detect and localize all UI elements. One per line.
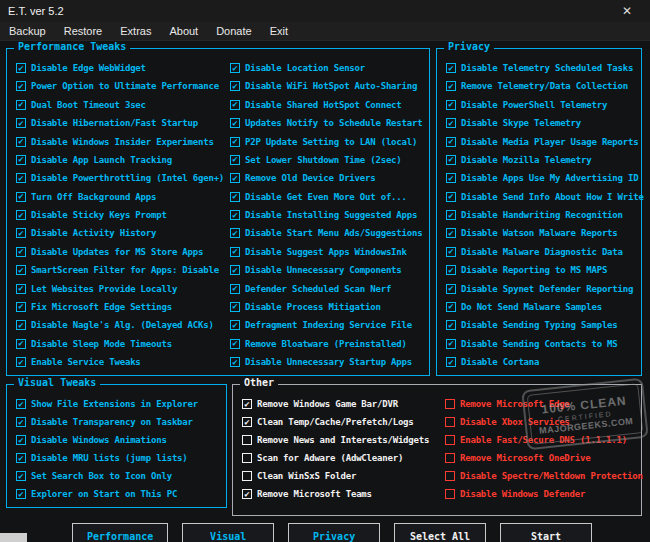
checkbox-checked-icon[interactable]: ✔ (16, 339, 26, 349)
checkbox-checked-icon[interactable]: ✔ (446, 192, 456, 202)
checkbox-unchecked-icon[interactable] (242, 453, 252, 463)
checkbox-checked-icon[interactable]: ✔ (242, 417, 252, 427)
checkbox-checked-icon[interactable]: ✔ (16, 265, 26, 275)
checkbox-checked-icon[interactable]: ✔ (242, 399, 252, 409)
checkbox-checked-icon[interactable]: ✔ (16, 247, 26, 257)
checkbox-item[interactable]: ✔Disable Mozilla Telemetry (446, 154, 640, 166)
checkbox-unchecked-icon[interactable] (445, 471, 455, 481)
checkbox-item[interactable]: ✔Disable MRU lists (jump lists) (16, 452, 222, 464)
checkbox-checked-icon[interactable]: ✔ (446, 155, 456, 165)
menu-item-backup[interactable]: Backup (0, 25, 55, 37)
checkbox-checked-icon[interactable]: ✔ (446, 118, 456, 128)
checkbox-checked-icon[interactable]: ✔ (230, 357, 240, 367)
checkbox-checked-icon[interactable]: ✔ (230, 339, 240, 349)
checkbox-checked-icon[interactable]: ✔ (230, 63, 240, 73)
checkbox-checked-icon[interactable]: ✔ (230, 265, 240, 275)
checkbox-item[interactable]: ✔Disable Reporting to MS MAPS (446, 264, 640, 276)
checkbox-item[interactable]: ✔Disable Get Even More Out of... (230, 191, 426, 203)
checkbox-checked-icon[interactable]: ✔ (446, 63, 456, 73)
checkbox-checked-icon[interactable]: ✔ (230, 320, 240, 330)
checkbox-checked-icon[interactable]: ✔ (16, 81, 26, 91)
menu-item-extras[interactable]: Extras (111, 25, 160, 37)
checkbox-item[interactable]: ✔Disable Sleep Mode Timeouts (16, 338, 226, 350)
checkbox-item[interactable]: ✔Disable Unnecessary Components (230, 264, 426, 276)
checkbox-checked-icon[interactable]: ✔ (16, 357, 26, 367)
checkbox-item[interactable]: ✔Disable Windows Insider Experiments (16, 136, 226, 148)
checkbox-checked-icon[interactable]: ✔ (230, 173, 240, 183)
checkbox-unchecked-icon[interactable] (242, 471, 252, 481)
checkbox-item[interactable]: Enable Fast/Secure DNS (1.1.1.1) (445, 434, 637, 446)
performance-button[interactable]: Performance (72, 523, 168, 542)
checkbox-item[interactable]: ✔Remove Telemetry/Data Collection (446, 80, 640, 92)
checkbox-checked-icon[interactable]: ✔ (16, 228, 26, 238)
checkbox-item[interactable]: Scan for Adware (AdwCleaner) (242, 452, 440, 464)
menu-item-exit[interactable]: Exit (261, 25, 297, 37)
checkbox-checked-icon[interactable]: ✔ (230, 100, 240, 110)
checkbox-checked-icon[interactable]: ✔ (230, 228, 240, 238)
checkbox-checked-icon[interactable]: ✔ (16, 63, 26, 73)
checkbox-item[interactable]: ✔Disable Installing Suggested Apps (230, 209, 426, 221)
checkbox-checked-icon[interactable]: ✔ (230, 284, 240, 294)
checkbox-item[interactable]: ✔P2P Update Setting to LAN (local) (230, 136, 426, 148)
checkbox-item[interactable]: ✔Clean Temp/Cache/Prefetch/Logs (242, 416, 440, 428)
checkbox-item[interactable]: ✔Explorer on Start on This PC (16, 488, 222, 500)
checkbox-item[interactable]: ✔Disable Apps Use My Advertising ID (446, 172, 640, 184)
checkbox-checked-icon[interactable]: ✔ (242, 489, 252, 499)
checkbox-item[interactable]: ✔Disable PowerShell Telemetry (446, 99, 640, 111)
checkbox-item[interactable]: ✔Disable WiFi HotSpot Auto-Sharing (230, 80, 426, 92)
visual-button[interactable]: Visual (182, 523, 274, 542)
checkbox-item[interactable]: ✔Remove Bloatware (Preinstalled) (230, 338, 426, 350)
checkbox-item[interactable]: Remove Microsoft Edge (445, 398, 637, 410)
checkbox-checked-icon[interactable]: ✔ (16, 118, 26, 128)
checkbox-item[interactable]: ✔Disable Activity History (16, 227, 226, 239)
checkbox-item[interactable]: ✔Disable Location Sensor (230, 62, 426, 74)
checkbox-checked-icon[interactable]: ✔ (230, 192, 240, 202)
checkbox-item[interactable]: ✔Disable Edge WebWidget (16, 62, 226, 74)
checkbox-checked-icon[interactable]: ✔ (16, 155, 26, 165)
checkbox-item[interactable]: ✔Set Lower Shutdown Time (2sec) (230, 154, 426, 166)
menu-item-about[interactable]: About (160, 25, 207, 37)
checkbox-checked-icon[interactable]: ✔ (16, 302, 26, 312)
checkbox-item[interactable]: ✔Remove Old Device Drivers (230, 172, 426, 184)
checkbox-item[interactable]: ✔SmartScreen Filter for Apps: Disable (16, 264, 226, 276)
checkbox-item[interactable]: Clean WinSxS Folder (242, 470, 440, 482)
checkbox-item[interactable]: ✔Remove Windows Game Bar/DVR (242, 398, 440, 410)
privacy-button[interactable]: Privacy (288, 523, 380, 542)
checkbox-item[interactable]: ✔Disable Suggest Apps WindowsInk (230, 246, 426, 258)
checkbox-item[interactable]: ✔Remove Microsoft Teams (242, 488, 440, 500)
checkbox-item[interactable]: ✔Disable Handwriting Recognition (446, 209, 640, 221)
checkbox-item[interactable]: ✔Disable Sticky Keys Prompt (16, 209, 226, 221)
checkbox-checked-icon[interactable]: ✔ (230, 81, 240, 91)
checkbox-checked-icon[interactable]: ✔ (16, 435, 26, 445)
checkbox-checked-icon[interactable]: ✔ (16, 320, 26, 330)
close-icon[interactable]: ✕ (612, 0, 642, 22)
menu-item-donate[interactable]: Donate (207, 25, 260, 37)
checkbox-checked-icon[interactable]: ✔ (446, 173, 456, 183)
checkbox-unchecked-icon[interactable] (445, 453, 455, 463)
checkbox-checked-icon[interactable]: ✔ (16, 453, 26, 463)
checkbox-checked-icon[interactable]: ✔ (16, 399, 26, 409)
checkbox-checked-icon[interactable]: ✔ (446, 228, 456, 238)
checkbox-item[interactable]: ✔Disable Watson Malware Reports (446, 227, 640, 239)
checkbox-unchecked-icon[interactable] (445, 417, 455, 427)
checkbox-item[interactable]: ✔Disable Process Mitigation (230, 301, 426, 313)
checkbox-item[interactable]: ✔Disable Spynet Defender Reporting (446, 283, 640, 295)
checkbox-checked-icon[interactable]: ✔ (446, 100, 456, 110)
checkbox-item[interactable]: Disable Spectre/Meltdown Protection (445, 470, 637, 482)
checkbox-item[interactable]: ✔Disable Sending Contacts to MS (446, 338, 640, 350)
checkbox-checked-icon[interactable]: ✔ (230, 155, 240, 165)
checkbox-item[interactable]: ✔Disable Hibernation/Fast Startup (16, 117, 226, 129)
checkbox-checked-icon[interactable]: ✔ (16, 173, 26, 183)
checkbox-item[interactable]: ✔Disable Windows Animations (16, 434, 222, 446)
checkbox-item[interactable]: ✔Disable Telemetry Scheduled Tasks (446, 62, 640, 74)
checkbox-checked-icon[interactable]: ✔ (230, 118, 240, 128)
checkbox-item[interactable]: ✔Turn Off Background Apps (16, 191, 226, 203)
checkbox-item[interactable]: ✔Disable Transparency on Taskbar (16, 416, 222, 428)
checkbox-checked-icon[interactable]: ✔ (446, 81, 456, 91)
checkbox-unchecked-icon[interactable] (445, 399, 455, 409)
checkbox-item[interactable]: ✔Disable Powerthrottling (Intel 6gen+) (16, 172, 226, 184)
checkbox-item[interactable]: ✔Show File Extensions in Explorer (16, 398, 222, 410)
checkbox-checked-icon[interactable]: ✔ (446, 265, 456, 275)
checkbox-checked-icon[interactable]: ✔ (230, 137, 240, 147)
checkbox-checked-icon[interactable]: ✔ (230, 302, 240, 312)
